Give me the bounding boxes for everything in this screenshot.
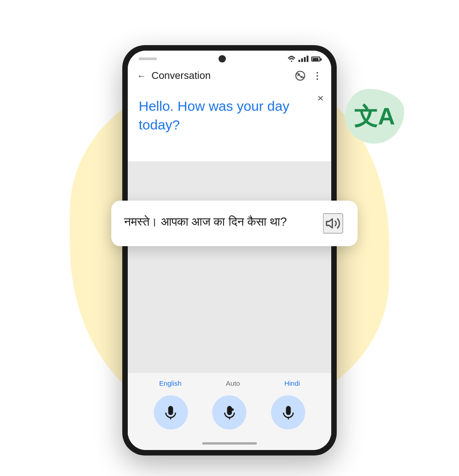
home-indicator [128,439,331,450]
translate-icon: 文A [354,104,395,128]
scene: 文A [0,0,459,476]
app-bar-left: ← Conversation [137,70,211,82]
bottom-section: English Auto Hindi [128,373,331,450]
status-left-pill [139,57,157,60]
app-bar: ← Conversation ⋮ [128,65,331,86]
translate-badge: 文A [345,89,404,144]
page-title: Conversation [151,70,211,82]
svg-point-0 [291,61,292,62]
translation-card: नमस्ते। आपका आज का दिन कैसा था? [111,201,358,246]
mic-auto-icon [222,405,237,420]
mic-english-button[interactable] [154,395,188,429]
wifi-icon [287,56,296,62]
gap-area [128,161,331,373]
status-icons [287,56,320,62]
more-options-button[interactable]: ⋮ [313,70,322,81]
app-bar-right: ⋮ [294,70,322,82]
mic-hindi-button[interactable] [271,395,305,429]
english-text-card: Hello. How was your day today? ✕ [128,86,331,161]
status-bar [128,51,331,65]
english-message: Hello. How was your day today? [139,98,289,132]
hindi-translation-text: नमस्ते। आपका आज का दिन कैसा था? [124,213,316,231]
close-button[interactable]: ✕ [317,93,324,103]
mic-auto-button[interactable] [212,395,246,429]
camera-dot [219,55,226,62]
svg-marker-3 [327,219,333,228]
signal-icon [298,56,308,62]
english-language-button[interactable]: English [159,379,182,387]
mic-english-icon [163,405,178,420]
hindi-language-button[interactable]: Hindi [284,379,300,387]
auto-language-button[interactable]: Auto [226,379,240,387]
mic-hindi-icon [281,405,296,420]
speaker-button[interactable] [323,213,343,233]
translation-card-inner: नमस्ते। आपका आज का दिन कैसा था? [124,213,343,233]
mic-buttons-row [128,392,331,439]
home-bar [202,442,257,445]
battery-icon [311,57,320,62]
phone-screen: ← Conversation ⋮ [128,51,331,450]
handshake-icon[interactable] [294,70,306,82]
language-selector-row: English Auto Hindi [128,373,331,392]
back-button[interactable]: ← [137,71,146,81]
speaker-icon [325,216,341,231]
phone-device: ← Conversation ⋮ [122,45,337,455]
